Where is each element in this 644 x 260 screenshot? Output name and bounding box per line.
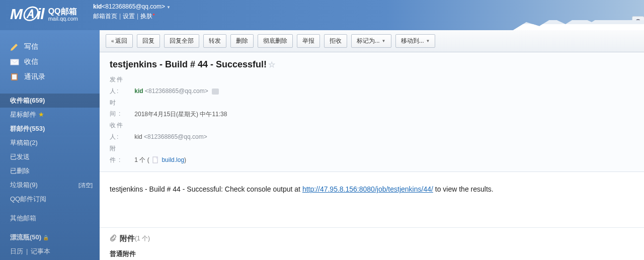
markas-button[interactable]: 标记为...▼ <box>351 34 391 48</box>
sidebar-notes[interactable]: 记事本 <box>31 247 50 255</box>
clear-trash[interactable]: [清空] <box>78 182 93 189</box>
report-button[interactable]: 举报 <box>297 34 320 48</box>
body-link[interactable]: http://47.95.8.156:8080/job/testjenkins/… <box>302 185 433 193</box>
nav-settings[interactable]: 设置 <box>123 13 135 20</box>
search-area <box>632 16 644 28</box>
attachment-title: 附件(1 个) <box>110 234 634 243</box>
to-addr: <812368865@qq.com> <box>144 133 207 140</box>
from-row: 发件人: kid <812368865@qq.com> <box>110 74 634 97</box>
user-dropdown-icon[interactable]: ▼ <box>167 5 171 10</box>
sidebar-deleted[interactable]: 已删除 <box>0 164 100 178</box>
from-name[interactable]: kid <box>134 88 143 95</box>
receive-label: 收信 <box>24 57 38 66</box>
attachment-subtype: 普通附件 <box>110 249 634 258</box>
attachment-section: 附件(1 个) 普通附件 build.log (12.73K) 预览 下载 收藏… <box>100 227 644 260</box>
reject-button[interactable]: 拒收 <box>324 34 347 48</box>
nav-home[interactable]: 邮箱首页 <box>93 13 117 20</box>
svg-rect-4 <box>12 74 17 79</box>
logo-text: MⒶil <box>10 4 44 25</box>
att-total: (1 个) <box>135 234 150 243</box>
search-button[interactable] <box>632 16 644 28</box>
time-row: 时 间: 2018年4月15日(星期天) 中午11:38 <box>110 97 634 120</box>
reply-button[interactable]: 回复 <box>137 34 160 48</box>
sidebar-sent[interactable]: 已发送 <box>0 150 100 164</box>
moveto-button[interactable]: 移动到...▼ <box>395 34 436 48</box>
sidebar-calendar[interactable]: 日历 <box>10 247 23 255</box>
svg-line-1 <box>639 24 641 26</box>
logo[interactable]: MⒶil QQ邮箱 mail.qq.com <box>0 0 88 29</box>
sender-badge-icon[interactable] <box>212 89 219 95</box>
compose-button[interactable]: 写信 <box>10 39 95 54</box>
bottle-icon: 🔒 <box>43 235 49 240</box>
logo-en: mail.qq.com <box>48 16 78 22</box>
back-arrow-icon: « <box>111 38 114 44</box>
sidebar-group[interactable]: 群邮件(553) <box>0 122 100 136</box>
compose-label: 写信 <box>24 42 38 51</box>
sidebar-bottle[interactable]: 漂流瓶(50)🔒 <box>0 230 100 244</box>
pencil-icon <box>10 43 19 51</box>
att-count: 1 个 <box>134 156 145 163</box>
file-icon <box>152 156 159 163</box>
nav-skin[interactable]: 换肤 <box>140 13 152 20</box>
body-pre: testjenkins - Build # 44 - Successful: C… <box>110 185 302 193</box>
body-post: to view the results. <box>433 185 494 193</box>
replyall-button[interactable]: 回复全部 <box>164 34 199 48</box>
forward-button[interactable]: 转发 <box>203 34 226 48</box>
paperclip-icon <box>110 234 117 243</box>
receive-button[interactable]: 收信 <box>10 54 95 69</box>
user-line[interactable]: kid<812368865@qq.com>▼ <box>93 3 171 10</box>
from-addr: <812368865@qq.com> <box>145 88 208 95</box>
sidebar-subscribe[interactable]: QQ邮件订阅 <box>0 192 100 206</box>
user-email: <812368865@qq.com> <box>102 3 165 10</box>
sidebar-drafts[interactable]: 草稿箱(2) <box>0 136 100 150</box>
sidebar-trash[interactable]: 垃圾箱(9)[清空] <box>0 178 100 192</box>
sidebar-inbox[interactable]: 收件箱(659) <box>0 94 100 108</box>
header-info: kid<812368865@qq.com>▼ 邮箱首页|设置|换肤● <box>88 0 171 21</box>
delete-button[interactable]: 删除 <box>230 34 254 48</box>
logo-cn: QQ邮箱 <box>48 7 78 16</box>
star-icon: ★ <box>38 111 44 118</box>
mail-header: testjenkins - Build # 44 - Successful!☆ … <box>100 52 644 172</box>
user-name: kid <box>93 3 102 10</box>
skin-dot-icon: ● <box>152 12 155 17</box>
chevron-down-icon: ▼ <box>382 39 386 43</box>
to-row: 收件人: kid <812368865@qq.com> <box>110 120 634 143</box>
time-value: 2018年4月15日(星期天) 中午11:38 <box>134 110 227 117</box>
sidebar-calendar-notes: 日历|记事本 <box>0 244 100 258</box>
contacts-label: 通讯录 <box>24 72 45 81</box>
svg-point-0 <box>635 20 640 24</box>
chevron-down-icon: ▼ <box>426 39 430 43</box>
attachment-row: 附 件: 1 个 ( build.log) <box>110 143 634 166</box>
sidebar-other[interactable]: 其他邮箱 <box>0 211 100 225</box>
delete-perm-button[interactable]: 彻底删除 <box>258 34 293 48</box>
to-name: kid <box>134 133 142 140</box>
contacts-button[interactable]: 通讯录 <box>10 69 95 84</box>
sidebar-starred[interactable]: 星标邮件★ <box>0 108 100 122</box>
back-button[interactable]: «返回 <box>106 34 133 48</box>
mail-body: testjenkins - Build # 44 - Successful: C… <box>100 172 644 227</box>
content: «返回 回复 回复全部 转发 删除 彻底删除 举报 拒收 标记为...▼ 移动到… <box>100 30 644 260</box>
header-nav: 邮箱首页|设置|换肤● <box>93 12 171 21</box>
book-icon <box>10 73 19 81</box>
attachment-link[interactable]: build.log <box>162 156 184 163</box>
subject-text: testjenkins - Build # 44 - Successful! <box>110 59 267 69</box>
star-toggle[interactable]: ☆ <box>268 60 275 69</box>
sidebar: 写信 收信 通讯录 收件箱(659) 星标邮件★ 群邮件(553) 草稿箱(2)… <box>0 30 100 260</box>
top-header: MⒶil QQ邮箱 mail.qq.com kid<812368865@qq.c… <box>0 0 644 30</box>
envelope-icon <box>10 58 19 66</box>
search-icon <box>635 19 642 26</box>
toolbar: «返回 回复 回复全部 转发 删除 彻底删除 举报 拒收 标记为...▼ 移动到… <box>100 30 644 52</box>
subject: testjenkins - Build # 44 - Successful!☆ <box>110 59 634 70</box>
